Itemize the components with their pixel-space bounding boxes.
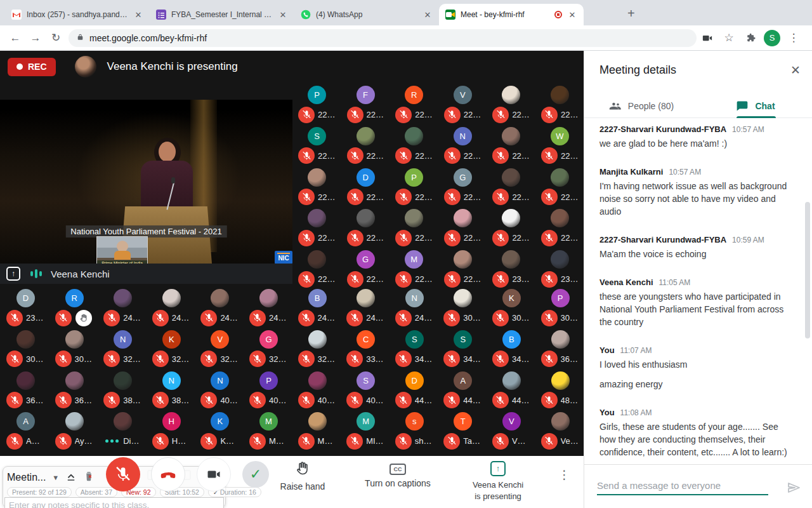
participant-tile[interactable]: HH… bbox=[146, 410, 195, 451]
participant-tile[interactable]: 22… bbox=[541, 84, 584, 125]
participant-tile[interactable]: D44… bbox=[389, 370, 438, 411]
participant-tile[interactable]: B34… bbox=[486, 328, 535, 370]
mic-mute-button[interactable] bbox=[106, 457, 140, 491]
chat-message-input[interactable] bbox=[597, 476, 768, 495]
participant-tile[interactable]: 22… bbox=[492, 125, 541, 166]
participant-tile[interactable]: 36… bbox=[535, 328, 584, 370]
bookmark-star-icon[interactable]: ☆ bbox=[718, 31, 740, 44]
captions-button[interactable]: CC Turn on captions bbox=[353, 461, 442, 488]
attendance-notes-input[interactable] bbox=[4, 497, 224, 508]
tab-close-icon[interactable]: ✕ bbox=[278, 10, 288, 20]
forward-button[interactable]: → bbox=[25, 32, 46, 44]
participant-tile[interactable]: V32… bbox=[194, 328, 243, 370]
participant-tile[interactable]: 23… bbox=[492, 248, 541, 290]
participant-tile[interactable]: 22… bbox=[298, 166, 347, 208]
participant-tile[interactable]: G22… bbox=[444, 166, 493, 208]
participant-tile[interactable]: R22… bbox=[395, 84, 444, 125]
participant-tile[interactable]: ssh… bbox=[389, 410, 438, 451]
participant-tile[interactable]: W22… bbox=[541, 125, 584, 166]
browser-tab[interactable]: Meet - bey-kfmi-rhf✕ bbox=[439, 4, 584, 25]
participant-tile[interactable]: 22… bbox=[298, 207, 347, 248]
participant-tile[interactable]: M… bbox=[292, 410, 341, 451]
participant-tile[interactable]: 38… bbox=[97, 370, 146, 411]
participant-tile[interactable]: G22… bbox=[347, 248, 396, 290]
browser-tab[interactable]: Inbox (257) - sandhya.pandit@✕ bbox=[5, 4, 150, 25]
participant-tile[interactable]: 30… bbox=[437, 287, 486, 328]
participant-tile[interactable]: K30… bbox=[486, 287, 535, 328]
participant-tile[interactable]: 22… bbox=[347, 207, 396, 248]
participant-tile[interactable]: VV… bbox=[486, 410, 535, 451]
participant-tile[interactable]: 32… bbox=[292, 328, 341, 370]
participant-tile[interactable]: 24… bbox=[340, 287, 389, 328]
participant-tile[interactable]: Di… bbox=[97, 410, 146, 451]
extensions-puzzle-icon[interactable] bbox=[740, 32, 761, 43]
participant-tile[interactable]: Ay… bbox=[49, 410, 98, 451]
participant-tile[interactable]: N32… bbox=[97, 328, 146, 370]
participant-tile[interactable]: R bbox=[49, 287, 98, 328]
participant-tile[interactable]: K32… bbox=[146, 328, 195, 370]
participant-tile[interactable]: 24… bbox=[194, 287, 243, 328]
participant-tile[interactable]: 30… bbox=[0, 328, 49, 370]
address-bar[interactable]: meet.google.com/bey-kfmi-rhf bbox=[69, 29, 697, 47]
back-button[interactable]: ← bbox=[5, 32, 25, 44]
participant-tile[interactable]: 22… bbox=[541, 207, 584, 248]
reload-button[interactable]: ↻ bbox=[46, 31, 66, 44]
presenting-button[interactable]: ↑ Veena Kenchi is presenting bbox=[460, 461, 536, 502]
attendance-check-button[interactable]: ✓ bbox=[242, 461, 269, 488]
more-options-icon[interactable]: ⋮ bbox=[558, 467, 570, 482]
participant-tile[interactable]: Ve… bbox=[535, 410, 584, 451]
send-message-icon[interactable] bbox=[786, 480, 801, 495]
tab-close-icon[interactable]: ✕ bbox=[567, 10, 577, 20]
participant-tile[interactable]: 36… bbox=[49, 370, 98, 411]
participant-tile[interactable]: P22… bbox=[298, 84, 347, 125]
participant-tile[interactable]: N38… bbox=[146, 370, 195, 411]
new-tab-button[interactable]: + bbox=[627, 6, 635, 21]
participant-tile[interactable]: 22… bbox=[395, 125, 444, 166]
participant-tile[interactable]: MMI… bbox=[340, 410, 389, 451]
participant-tile[interactable]: M22… bbox=[395, 248, 444, 290]
tab-people[interactable]: People (80) bbox=[584, 94, 698, 117]
participant-tile[interactable]: 48… bbox=[535, 370, 584, 411]
end-call-button[interactable] bbox=[151, 457, 185, 491]
pin-icon[interactable]: ↑ bbox=[6, 267, 20, 281]
participant-tile[interactable]: AA… bbox=[0, 410, 49, 451]
camera-button[interactable] bbox=[197, 457, 231, 491]
browser-tab[interactable]: (4) WhatsApp✕ bbox=[294, 4, 439, 25]
participant-tile[interactable]: 22… bbox=[347, 125, 396, 166]
participant-tile[interactable]: 22… bbox=[492, 207, 541, 248]
participant-tile[interactable]: TTa… bbox=[437, 410, 486, 451]
participant-tile[interactable]: MM… bbox=[243, 410, 292, 451]
participant-tile[interactable]: 22… bbox=[492, 84, 541, 125]
participant-tile[interactable]: N40… bbox=[194, 370, 243, 411]
participant-tile[interactable]: 24… bbox=[97, 287, 146, 328]
trash-icon[interactable] bbox=[83, 471, 95, 485]
participant-tile[interactable]: 24… bbox=[146, 287, 195, 328]
participant-tile[interactable]: KK… bbox=[194, 410, 243, 451]
participant-tile[interactable]: N24… bbox=[389, 287, 438, 328]
participant-tile[interactable]: N22… bbox=[444, 125, 493, 166]
participant-tile[interactable]: 30… bbox=[49, 328, 98, 370]
participant-tile[interactable]: 44… bbox=[486, 370, 535, 411]
participant-tile[interactable]: 22… bbox=[395, 207, 444, 248]
participant-tile[interactable]: 22… bbox=[492, 166, 541, 208]
participant-tile[interactable]: D22… bbox=[347, 166, 396, 208]
participant-tile[interactable]: F22… bbox=[347, 84, 396, 125]
camera-in-use-icon[interactable] bbox=[697, 32, 718, 44]
participant-tile[interactable]: S34… bbox=[389, 328, 438, 370]
participant-tile[interactable]: 22… bbox=[444, 207, 493, 248]
participant-tile[interactable]: S34… bbox=[437, 328, 486, 370]
chat-scrollbar[interactable] bbox=[805, 202, 810, 338]
participant-tile[interactable]: P40… bbox=[243, 370, 292, 411]
presenter-video-tile[interactable]: National Youth Parliament Festival - 202… bbox=[0, 100, 292, 284]
raise-hand-button[interactable]: Raise hand bbox=[271, 461, 334, 491]
participant-tile[interactable]: 24… bbox=[243, 287, 292, 328]
tab-close-icon[interactable]: ✕ bbox=[422, 10, 433, 20]
participant-tile[interactable]: B24… bbox=[292, 287, 341, 328]
participant-tile[interactable]: S22… bbox=[298, 125, 347, 166]
attendance-meeting-select[interactable]: Meetin... bbox=[7, 472, 46, 483]
participant-tile[interactable]: S40… bbox=[340, 370, 389, 411]
participant-tile[interactable]: 22… bbox=[541, 166, 584, 208]
participant-tile[interactable]: G32… bbox=[243, 328, 292, 370]
profile-avatar[interactable]: S bbox=[764, 30, 780, 46]
participant-tile[interactable]: 36… bbox=[0, 370, 49, 411]
